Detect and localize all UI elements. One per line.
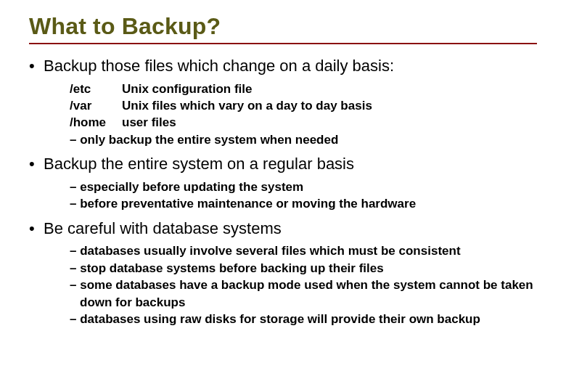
dir-desc-0: Unix configuration file bbox=[122, 81, 537, 97]
bullet-2-sub-3: – databases using raw disks for storage … bbox=[70, 311, 537, 327]
bullet-2-sub-0: – databases usually involve several file… bbox=[70, 242, 537, 259]
slide: What to Backup? • Backup those files whi… bbox=[0, 0, 566, 392]
bullet-1-sub-1: – before preventative maintenance or mov… bbox=[70, 195, 537, 212]
dir-path-0: /etc bbox=[70, 81, 122, 97]
dir-path-1: /var bbox=[70, 97, 122, 114]
bullet-dot: • bbox=[29, 154, 44, 174]
table-row: /etc Unix configuration file bbox=[70, 81, 537, 97]
page-title: What to Backup? bbox=[29, 13, 537, 40]
bullet-2: • Be careful with database systems bbox=[29, 219, 537, 239]
dir-desc-2: user files bbox=[122, 114, 537, 131]
bullet-2-sub-2: – some databases have a backup mode used… bbox=[70, 277, 537, 311]
bullet-0: • Backup those files which change on a d… bbox=[29, 56, 537, 76]
bullet-1-sub-0: – especially before updating the system bbox=[70, 179, 537, 195]
bullet-1-text: Backup the entire system on a regular ba… bbox=[44, 154, 537, 174]
bullet-1: • Backup the entire system on a regular … bbox=[29, 154, 537, 174]
title-underline bbox=[29, 43, 537, 44]
bullet-2-text: Be careful with database systems bbox=[44, 219, 537, 239]
bullet-0-text: Backup those files which change on a dai… bbox=[44, 56, 537, 76]
bullet-2-sub-1: – stop database systems before backing u… bbox=[70, 260, 537, 277]
bullet-dot: • bbox=[29, 56, 44, 76]
dir-path-2: /home bbox=[70, 114, 122, 131]
table-row: /var Unix files which vary on a day to d… bbox=[70, 97, 537, 114]
directory-table: /etc Unix configuration file /var Unix f… bbox=[70, 81, 537, 131]
bullet-dot: • bbox=[29, 219, 44, 239]
table-row: /home user files bbox=[70, 114, 537, 131]
bullet-0-sub-0: – only backup the entire system when nee… bbox=[70, 131, 537, 148]
dir-desc-1: Unix files which vary on a day to day ba… bbox=[122, 97, 537, 114]
